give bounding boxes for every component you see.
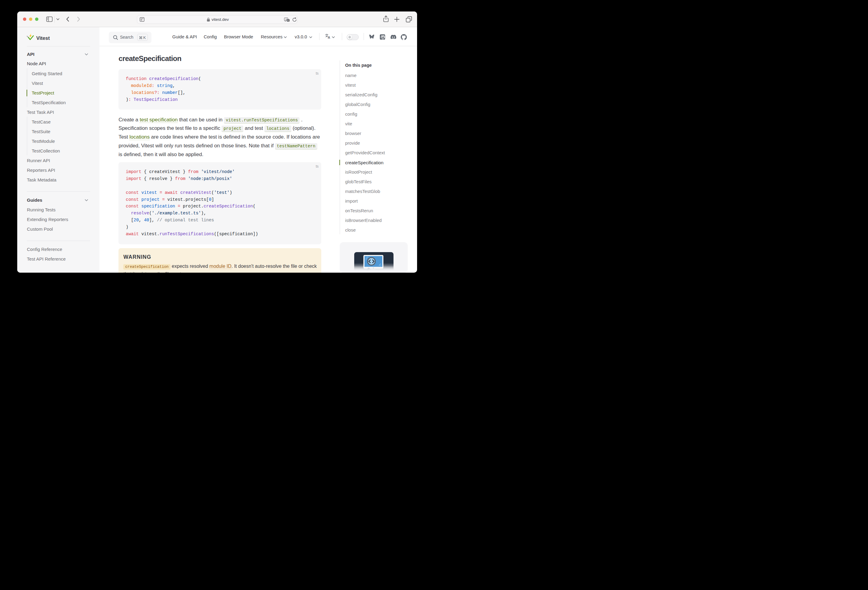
svg-text:A: A: [285, 18, 287, 20]
svg-text:x: x: [288, 19, 289, 21]
svg-text:A: A: [328, 35, 330, 39]
